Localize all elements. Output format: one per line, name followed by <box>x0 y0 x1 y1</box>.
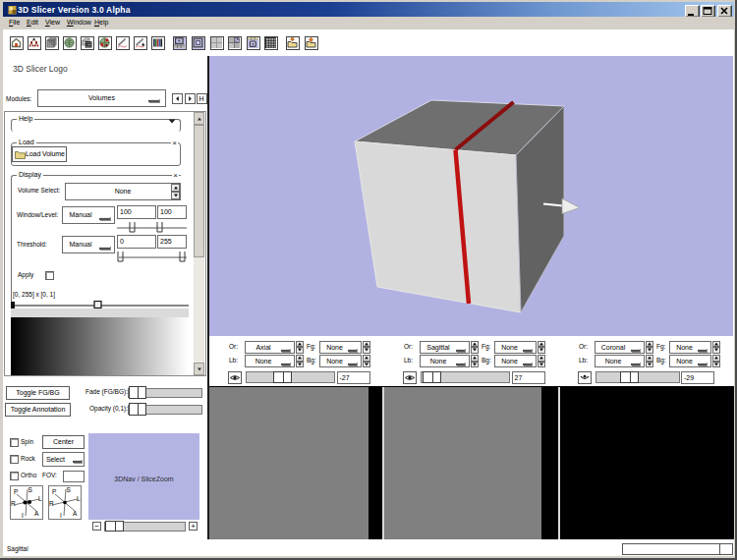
svg-text:R: R <box>11 500 16 507</box>
svg-text:L: L <box>77 495 81 502</box>
svg-text:L: L <box>38 495 42 502</box>
svg-text:I: I <box>22 512 24 519</box>
svg-text:A: A <box>73 510 78 517</box>
svg-text:S: S <box>28 486 33 493</box>
svg-text:I: I <box>60 512 62 519</box>
svg-text:P: P <box>14 488 18 495</box>
svg-text:A: A <box>34 510 39 517</box>
svg-text:P: P <box>52 488 56 495</box>
svg-text:R: R <box>49 500 54 507</box>
svg-text:S: S <box>67 486 72 493</box>
